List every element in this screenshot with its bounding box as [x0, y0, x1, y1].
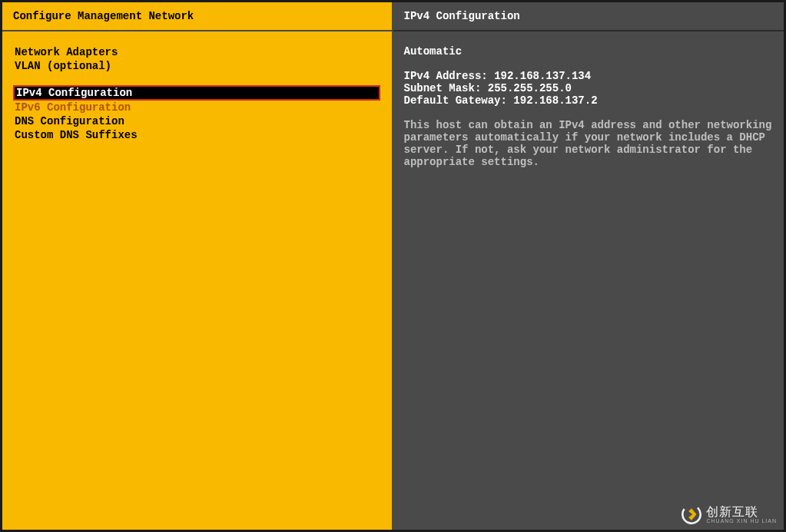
menu-item-dns-configuration[interactable]: DNS Configuration [13, 114, 381, 128]
watermark: 创新互联 CHUANG XIN HU LIAN [682, 504, 777, 524]
subnet-mask-line: Subnet Mask: 255.255.255.0 [404, 82, 774, 94]
menu-item-custom-dns-suffixes[interactable]: Custom DNS Suffixes [13, 128, 381, 142]
ipv4-mode: Automatic [404, 45, 774, 58]
right-panel: IPv4 Configuration Automatic IPv4 Addres… [393, 2, 784, 530]
left-panel-body: Network AdaptersVLAN (optional)IPv4 Conf… [2, 31, 392, 156]
menu-list: Network AdaptersVLAN (optional)IPv4 Conf… [13, 45, 381, 142]
menu-item-ipv6-configuration[interactable]: IPv6 Configuration [13, 101, 381, 114]
watermark-logo-icon [682, 504, 701, 524]
right-panel-title: IPv4 Configuration [393, 2, 784, 31]
right-title-text: IPv4 Configuration [404, 10, 520, 22]
left-panel: Configure Management Network Network Ada… [2, 2, 393, 530]
right-panel-body: Automatic IPv4 Address: 192.168.137.134 … [393, 31, 784, 182]
left-panel-title: Configure Management Network [2, 2, 392, 31]
menu-item-vlan-optional[interactable]: VLAN (optional) [13, 59, 381, 73]
watermark-sub: CHUANG XIN HU LIAN [706, 518, 777, 524]
watermark-text: 创新互联 CHUANG XIN HU LIAN [706, 506, 777, 524]
menu-item-ipv4-configuration[interactable]: IPv4 Configuration [13, 85, 380, 101]
svg-point-0 [682, 504, 701, 524]
default-gateway-line: Default Gateway: 192.168.137.2 [404, 94, 774, 107]
menu-item-network-adapters[interactable]: Network Adapters [13, 45, 381, 59]
config-network-screen: Configure Management Network Network Ada… [0, 0, 786, 532]
ipv4-address-line: IPv4 Address: 192.168.137.134 [404, 70, 774, 82]
left-title-text: Configure Management Network [13, 10, 194, 22]
menu-gap [13, 73, 381, 85]
watermark-main: 创新互联 [706, 506, 777, 518]
help-text: This host can obtain an IPv4 address and… [404, 119, 774, 168]
